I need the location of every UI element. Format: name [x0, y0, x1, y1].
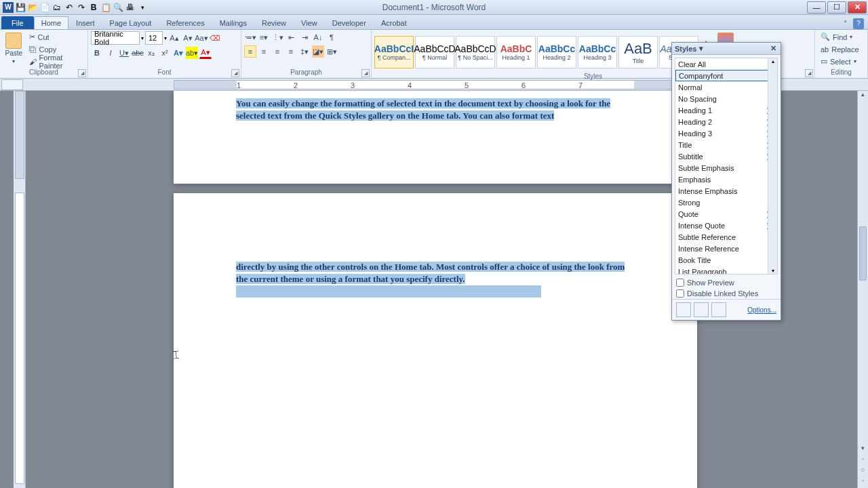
clear-formatting-button[interactable]: ⌫ — [209, 32, 221, 44]
styles-pane-header[interactable]: Styles ▾ ✕ — [672, 43, 781, 55]
styles-pane[interactable]: Styles ▾ ✕ Clear All Companyfont¶Normal¶… — [671, 42, 781, 321]
paste-button[interactable]: Paste ▾ — [3, 31, 25, 65]
style-item[interactable]: Quote¶a — [675, 208, 777, 220]
style-tile[interactable]: AaBbCHeading 1 — [496, 36, 536, 68]
align-center-button[interactable]: ≡ — [258, 45, 270, 58]
manage-styles-icon[interactable] — [711, 302, 726, 317]
find-button[interactable]: 🔍Find▾ — [818, 31, 855, 43]
styles-clear-all[interactable]: Clear All — [675, 58, 777, 70]
help-icon[interactable]: ? — [853, 18, 864, 29]
clipboard-launcher[interactable]: ◢ — [78, 69, 86, 77]
minimize-button[interactable]: — — [807, 1, 826, 14]
style-tile[interactable]: AaBbCcD¶ No Spaci... — [456, 36, 495, 68]
selected-text-2[interactable]: directly by using the other controls on … — [236, 262, 625, 284]
change-case-button[interactable]: Aa▾ — [195, 32, 208, 44]
style-item[interactable]: Heading 1¶a — [675, 104, 777, 116]
style-item[interactable]: Heading 3¶a — [675, 127, 777, 139]
paragraph-launcher[interactable]: ◢ — [361, 69, 370, 77]
styles-options-link[interactable]: Options... — [747, 306, 776, 314]
vertical-ruler[interactable] — [14, 91, 26, 488]
vertical-scrollbar[interactable]: ▴ ▾ ◦ ○ ◦ — [857, 91, 868, 488]
tab-mailings[interactable]: Mailings — [212, 16, 254, 29]
styles-gallery[interactable]: AaBbCcI¶ Compan...AaBbCcD¶ NormalAaBbCcD… — [374, 36, 698, 68]
qat-saveall-icon[interactable]: 🗂 — [52, 2, 62, 13]
scroll-up-icon[interactable]: ▴ — [858, 91, 868, 102]
selected-text-1[interactable]: You can easily change the formatting of … — [236, 98, 610, 121]
maximize-button[interactable]: ☐ — [827, 1, 846, 14]
style-inspector-icon[interactable] — [694, 302, 709, 317]
disable-linked-checkbox[interactable]: Disable Linked Styles — [672, 288, 781, 299]
show-preview-checkbox[interactable]: Show Preview — [672, 277, 781, 288]
browse-object-icon[interactable]: ○ — [858, 466, 868, 477]
line-spacing-button[interactable]: ‡▾ — [298, 45, 311, 58]
underline-button[interactable]: U▾ — [118, 47, 130, 59]
align-left-button[interactable]: ≡ — [244, 45, 256, 58]
font-launcher[interactable]: ◢ — [231, 69, 239, 77]
qat-new-icon[interactable]: 📄 — [39, 2, 50, 13]
tab-review[interactable]: Review — [254, 16, 294, 29]
styles-launcher[interactable]: ◢ — [805, 69, 813, 77]
qat-redo-icon[interactable]: ↷ — [76, 2, 87, 13]
borders-button[interactable]: ⊞▾ — [326, 45, 338, 58]
qat-print-icon[interactable]: 🖶 — [125, 2, 136, 13]
tab-file[interactable]: File — [1, 16, 34, 29]
style-item[interactable]: Subtle Referencea — [675, 231, 777, 243]
style-item[interactable]: List Paragraph¶ — [675, 266, 777, 274]
qat-undo-icon[interactable]: ↶ — [64, 2, 75, 13]
horizontal-ruler[interactable]: 1234567 — [174, 80, 697, 89]
close-button[interactable]: ✕ — [848, 1, 867, 14]
qat-save-icon[interactable]: 💾 — [15, 2, 26, 13]
sort-button[interactable]: A↓ — [312, 31, 324, 43]
tab-developer[interactable]: Developer — [325, 16, 374, 29]
bold-button[interactable]: B — [91, 47, 103, 59]
italic-button[interactable]: I — [104, 47, 117, 59]
style-item[interactable]: Companyfont¶ — [675, 70, 777, 81]
superscript-button[interactable]: x² — [159, 47, 171, 59]
multilevel-button[interactable]: ⋮▾ — [271, 31, 283, 43]
numbering-button[interactable]: ≡▾ — [258, 31, 270, 43]
replace-button[interactable]: abReplace — [818, 43, 862, 55]
tab-selector[interactable] — [1, 79, 23, 90]
style-item[interactable]: Intense Emphasisa — [675, 185, 777, 197]
styles-pane-dropdown-icon[interactable]: ▾ — [696, 44, 706, 53]
page-2[interactable]: directly by using the other controls on … — [174, 193, 697, 488]
style-tile[interactable]: AaBbCcD¶ Normal — [415, 36, 454, 68]
tab-insert[interactable]: Insert — [68, 16, 102, 29]
qat-open-icon[interactable]: 📂 — [27, 2, 38, 13]
cut-button[interactable]: ✂Cut — [26, 31, 85, 43]
grow-font-button[interactable]: A▴ — [168, 32, 180, 44]
tab-acrobat[interactable]: Acrobat — [374, 16, 414, 29]
style-item[interactable]: Book Titlea — [675, 254, 777, 266]
style-item[interactable]: Intense Referencea — [675, 243, 777, 254]
style-item[interactable]: Stronga — [675, 197, 777, 208]
style-tile[interactable]: AaBbCcHeading 2 — [537, 36, 576, 68]
style-item[interactable]: Emphasisa — [675, 174, 777, 185]
style-item[interactable]: Title¶a — [675, 139, 777, 150]
font-size-combo[interactable]: 12 — [145, 31, 163, 45]
subscript-button[interactable]: x₂ — [145, 47, 157, 59]
font-color-button[interactable]: A▾ — [199, 47, 212, 59]
style-item[interactable]: Intense Quote¶a — [675, 220, 777, 231]
style-item[interactable]: Normal¶ — [675, 81, 777, 93]
style-item[interactable]: No Spacing¶ — [675, 93, 777, 104]
style-tile[interactable]: AaBTitle — [618, 36, 658, 68]
style-tile[interactable]: AaBbCcI¶ Compan... — [374, 36, 414, 68]
style-item[interactable]: Subtitle¶a — [675, 150, 777, 162]
scroll-thumb[interactable] — [859, 226, 867, 281]
select-button[interactable]: ▭Select▾ — [818, 56, 859, 67]
ribbon-minimize-icon[interactable]: ˄ — [840, 18, 850, 29]
highlight-button[interactable]: ab▾ — [186, 47, 198, 59]
format-painter-button[interactable]: 🖌Format Painter — [26, 56, 85, 67]
tab-home[interactable]: Home — [34, 16, 68, 29]
styles-list-scrollbar[interactable]: ▴ ▾ — [768, 58, 777, 274]
indent-button[interactable]: ⇥ — [298, 31, 311, 43]
shrink-font-button[interactable]: A▾ — [182, 32, 194, 44]
prev-page-icon[interactable]: ◦ — [858, 455, 868, 466]
style-item[interactable]: Heading 2¶a — [675, 116, 777, 127]
tab-page-layout[interactable]: Page Layout — [102, 16, 159, 29]
styles-pane-close-icon[interactable]: ✕ — [768, 44, 778, 53]
qat-more-icon[interactable]: ▾ — [137, 2, 148, 13]
new-style-icon[interactable] — [676, 302, 691, 317]
next-page-icon[interactable]: ◦ — [858, 477, 868, 488]
tab-view[interactable]: View — [294, 16, 325, 29]
